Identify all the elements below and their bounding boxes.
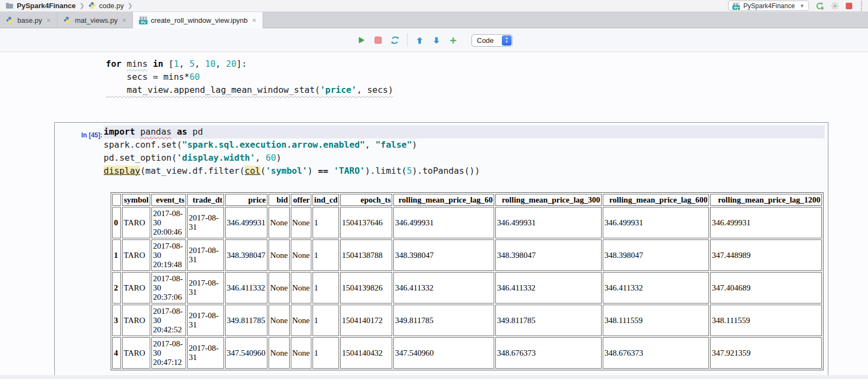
table-cell: 346.411332 [603,272,709,304]
column-header: ind_cd [312,194,339,206]
toolbar-drag-handle[interactable] [861,1,863,11]
table-cell: 347.540960 [393,337,494,369]
column-header: rolling_mean_price_lag_300 [495,194,602,206]
table-cell: 347.921359 [710,337,822,369]
table-cell: 346.499931 [603,207,709,238]
cell-type-selected: Code [472,36,494,45]
table-cell: 2017-08-30 20:19:48 [151,239,186,271]
running-indicator-dot [737,7,740,10]
table-cell: 2017-08-30 20:47:12 [151,337,186,369]
chevron-right-icon: ❯ [127,2,132,9]
table-cell: 348.398047 [495,239,602,271]
table-row: 1TARO2017-08-30 20:19:482017-08-31348.39… [112,239,822,271]
tab-base-py[interactable]: base.py ✕ [0,12,58,28]
run-configuration-select[interactable]: IPy PySpark4Finance ▼ [728,1,809,11]
close-icon[interactable]: ✕ [252,17,257,23]
breadcrumb-file[interactable]: code.py [99,2,124,10]
row-index: 0 [112,207,121,238]
table-cell: 348.111559 [603,305,709,336]
row-index: 3 [112,305,121,336]
table-cell: 348.398047 [393,239,494,271]
rerun-icon[interactable] [815,2,824,10]
cell-type-select[interactable]: Code ▲▼ [471,34,513,47]
table-cell: TARO [122,207,150,238]
table-cell: 348.398047 [225,239,267,271]
table-cell: None [269,337,290,369]
restart-kernel-icon[interactable] [390,35,400,45]
select-spinner-icon: ▲▼ [502,35,512,46]
table-cell: 346.411332 [225,272,267,304]
table-cell: 1504139826 [340,272,392,304]
table-cell: 1504137646 [340,207,392,238]
column-header: offer [291,194,312,206]
table-cell: None [291,337,312,369]
column-header: event_ts [151,194,186,206]
table-cell: 349.811785 [225,305,267,336]
table-cell: None [291,207,312,238]
tab-create-roll-window-view-ipynb[interactable]: IPy create_roll_window_view.ipynb ✕ [133,12,263,28]
editor-tab-bar: base.py ✕ mat_views.py ✕ IPy create_roll… [0,12,868,28]
table-cell: 346.411332 [393,272,494,304]
table-cell: None [269,305,290,336]
tab-label: create_roll_window_view.ipynb [151,16,248,24]
code-cell-display[interactable]: import pandas as pdspark.conf.set("spark… [104,125,825,178]
breadcrumb-project[interactable]: PySpark4Finance [17,2,75,10]
close-icon[interactable]: ✕ [47,17,51,23]
table-cell: 346.499931 [710,207,822,238]
table-cell: 348.398047 [603,239,709,271]
move-cell-up-button[interactable] [414,35,424,45]
table-cell: 2017-08-31 [187,207,224,238]
table-row: 0TARO2017-08-30 20:00:462017-08-31346.49… [112,207,822,238]
table-cell: 349.811785 [393,305,494,336]
row-index: 4 [112,337,121,369]
table-cell: 2017-08-31 [187,272,224,304]
tab-mat-views-py[interactable]: mat_views.py ✕ [58,12,133,28]
close-icon[interactable]: ✕ [122,17,126,23]
table-cell: 346.411332 [495,272,602,304]
code-cell-loop[interactable]: for mins in [1, 5, 10, 20]: secs = mins*… [106,58,393,97]
table-cell: 347.404689 [710,272,822,304]
column-header: bid [269,194,290,206]
table-cell: None [269,272,290,304]
table-cell: None [269,207,290,238]
row-index: 2 [112,272,121,304]
table-cell: TARO [122,272,150,304]
stop-icon[interactable] [846,3,852,9]
add-cell-button[interactable] [448,35,458,45]
notebook-cell-selected[interactable]: In [45]: import pandas as pdspark.conf.s… [54,122,828,379]
output-table: symbolevent_tstrade_dtpricebidofferind_c… [111,192,824,370]
table-cell: 347.448989 [710,239,822,271]
column-header: trade_dt [187,194,224,206]
column-header: rolling_mean_price_lag_60 [393,194,494,206]
table-cell: 1 [312,305,339,336]
jupyter-file-icon: IPy [139,16,148,24]
row-index: 1 [112,239,121,271]
chevron-right-icon: ❯ [79,2,84,9]
table-cell: 1 [312,272,339,304]
table-header-row: symbolevent_tstrade_dtpricebidofferind_c… [112,194,822,206]
notebook-toolbar: Code ▲▼ [0,28,868,52]
table-cell: 349.811785 [495,305,602,336]
table-cell: 1 [312,337,339,369]
stop-kernel-button[interactable] [373,35,383,45]
table-cell: None [269,239,290,271]
python-icon [63,16,72,24]
gear-icon[interactable] [831,2,839,10]
move-cell-down-button[interactable] [431,35,441,45]
table-cell: 1504140172 [340,305,392,336]
table-cell: 1 [312,239,339,271]
table-cell: 2017-08-30 20:00:46 [151,207,186,238]
table-cell: 2017-08-31 [187,337,224,369]
column-header [112,194,121,206]
python-icon [6,16,14,24]
table-cell: 2017-08-30 20:42:52 [151,305,186,336]
column-header: price [225,194,267,206]
run-cell-button[interactable] [356,35,366,45]
table-cell: 2017-08-31 [187,239,224,271]
toolbar-separator [407,34,407,46]
table-cell: 346.499931 [393,207,494,238]
folder-icon [5,2,14,10]
table-cell: 347.540960 [225,337,267,369]
horizontal-scrollbar[interactable] [0,375,868,379]
table-cell: None [291,239,312,271]
